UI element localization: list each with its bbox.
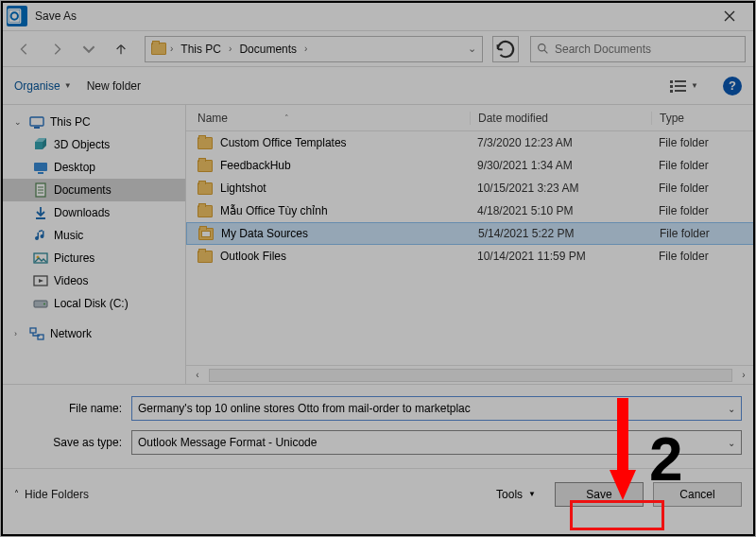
search-field[interactable]: Search Documents bbox=[530, 36, 746, 62]
tree-this-pc[interactable]: ⌄ This PC bbox=[1, 111, 185, 133]
tree-item-label: Documents bbox=[54, 183, 112, 197]
svg-rect-5 bbox=[675, 80, 686, 82]
tools-menu[interactable]: Tools ▼ bbox=[496, 488, 536, 501]
file-name: Mẫu Office Tùy chỉnh bbox=[220, 204, 328, 217]
chevron-right-icon: › bbox=[304, 43, 307, 54]
tree-item-icon bbox=[33, 137, 48, 152]
column-headers[interactable]: Name˄ Date modified Type bbox=[186, 105, 755, 131]
main-pane: ⌄ This PC 3D ObjectsDesktopDocumentsDown… bbox=[1, 105, 755, 385]
view-options-button[interactable]: ▼ bbox=[670, 79, 698, 93]
tree-item-icon bbox=[33, 205, 48, 220]
tree-item[interactable]: Documents bbox=[1, 179, 185, 201]
file-name: Custom Office Templates bbox=[220, 136, 347, 149]
command-bar: Organise ▼ New folder ▼ ? bbox=[1, 67, 755, 105]
folder-icon bbox=[198, 160, 213, 172]
tree-item-label: 3D Objects bbox=[54, 138, 110, 151]
forward-button[interactable] bbox=[43, 36, 71, 62]
table-row[interactable]: Outlook Files10/14/2021 11:59 PMFile fol… bbox=[186, 245, 755, 268]
tree-item-icon bbox=[33, 228, 48, 243]
svg-marker-22 bbox=[39, 279, 43, 283]
tree-item-icon bbox=[33, 182, 48, 198]
breadcrumb-this-pc[interactable]: This PC bbox=[177, 43, 225, 56]
col-type[interactable]: Type bbox=[651, 112, 755, 125]
table-row[interactable]: My Data Sources5/14/2021 5:22 PMFile fol… bbox=[186, 222, 755, 245]
computer-icon bbox=[29, 114, 44, 130]
tree-item-label: Videos bbox=[54, 274, 88, 287]
chevron-down-icon[interactable]: ⌄ bbox=[728, 404, 735, 414]
svg-rect-25 bbox=[30, 328, 36, 333]
folder-icon bbox=[198, 205, 213, 217]
col-name[interactable]: Name bbox=[198, 112, 228, 125]
back-button[interactable] bbox=[10, 36, 39, 62]
svg-rect-4 bbox=[670, 80, 673, 83]
folder-icon bbox=[198, 251, 213, 263]
help-button[interactable]: ? bbox=[723, 77, 742, 95]
filename-input[interactable]: Germany's top 10 online stores Otto from… bbox=[131, 396, 742, 421]
tree-item[interactable]: Pictures bbox=[1, 247, 185, 269]
outlook-app-icon bbox=[7, 6, 27, 26]
folder-icon bbox=[198, 182, 213, 195]
svg-point-24 bbox=[43, 303, 45, 305]
tree-item[interactable]: Music bbox=[1, 224, 185, 247]
footer: ˄Hide Folders Tools ▼ Save Cancel bbox=[1, 468, 755, 519]
file-date: 5/14/2021 5:22 PM bbox=[471, 227, 652, 240]
close-button[interactable] bbox=[708, 1, 751, 31]
savetype-label: Save as type: bbox=[14, 436, 131, 449]
organise-menu[interactable]: Organise ▼ bbox=[14, 79, 72, 93]
save-button[interactable]: Save bbox=[555, 482, 644, 507]
table-row[interactable]: Lightshot10/15/2021 3:23 AMFile folder bbox=[186, 177, 755, 199]
cancel-button[interactable]: Cancel bbox=[653, 482, 742, 507]
file-type: File folder bbox=[651, 136, 755, 149]
hide-folders-toggle[interactable]: ˄Hide Folders bbox=[14, 488, 89, 501]
table-row[interactable]: Mẫu Office Tùy chỉnh4/18/2021 5:10 PMFil… bbox=[186, 199, 755, 222]
savetype-select[interactable]: Outlook Message Format - Unicode ⌄ bbox=[131, 430, 742, 455]
chevron-right-icon: › bbox=[229, 43, 232, 54]
tree-item-label: Desktop bbox=[54, 161, 95, 174]
file-date: 4/18/2021 5:10 PM bbox=[470, 204, 651, 217]
address-bar[interactable]: › This PC › Documents › ⌄ bbox=[145, 36, 483, 62]
tree-item[interactable]: 3D Objects bbox=[1, 133, 185, 156]
search-placeholder: Search Documents bbox=[555, 43, 651, 56]
address-history-dropdown[interactable]: ⌄ bbox=[468, 43, 476, 55]
refresh-button[interactable] bbox=[492, 36, 519, 62]
scroll-right-icon[interactable]: › bbox=[736, 368, 751, 383]
file-list: Name˄ Date modified Type Custom Office T… bbox=[186, 105, 755, 384]
file-type: File folder bbox=[652, 227, 754, 240]
tree-item[interactable]: Downloads bbox=[1, 201, 185, 224]
svg-rect-8 bbox=[670, 90, 673, 93]
file-date: 10/14/2021 11:59 PM bbox=[470, 250, 651, 263]
chevron-down-icon[interactable]: ⌄ bbox=[728, 438, 735, 448]
tree-item[interactable]: Local Disk (C:) bbox=[1, 292, 185, 315]
file-date: 10/15/2021 3:23 AM bbox=[470, 182, 651, 195]
tree-item-label: Pictures bbox=[54, 251, 94, 265]
up-button[interactable] bbox=[107, 36, 135, 62]
file-type: File folder bbox=[651, 204, 755, 217]
file-name: Lightshot bbox=[220, 182, 266, 195]
folder-location-icon bbox=[151, 42, 166, 57]
collapse-icon[interactable]: ⌄ bbox=[14, 117, 24, 127]
horizontal-scrollbar[interactable]: ‹ › bbox=[186, 365, 755, 384]
file-type: File folder bbox=[651, 159, 755, 172]
search-icon bbox=[537, 43, 549, 55]
tree-item[interactable]: Desktop bbox=[1, 156, 185, 179]
scroll-left-icon[interactable]: ‹ bbox=[190, 368, 205, 383]
tree-item[interactable]: Videos bbox=[1, 269, 185, 292]
save-as-dialog: Save As › This PC › Documents › ⌄ Search… bbox=[0, 0, 756, 537]
tree-item-icon bbox=[33, 251, 48, 266]
svg-point-3 bbox=[539, 44, 545, 51]
table-row[interactable]: Custom Office Templates7/3/2020 12:23 AM… bbox=[186, 131, 755, 154]
file-name: FeedbackHub bbox=[220, 159, 291, 172]
network-icon bbox=[29, 326, 44, 341]
recent-dropdown[interactable] bbox=[75, 36, 103, 62]
table-row[interactable]: FeedbackHub9/30/2021 1:34 AMFile folder bbox=[186, 154, 755, 177]
expand-icon[interactable]: › bbox=[14, 329, 24, 338]
tree-item-icon bbox=[33, 160, 48, 175]
scrollbar-track[interactable] bbox=[209, 369, 732, 382]
breadcrumb-documents[interactable]: Documents bbox=[235, 43, 301, 56]
new-folder-button[interactable]: New folder bbox=[87, 79, 141, 93]
navigation-tree[interactable]: ⌄ This PC 3D ObjectsDesktopDocumentsDown… bbox=[1, 105, 186, 384]
tree-item-icon bbox=[33, 273, 48, 288]
svg-rect-6 bbox=[670, 85, 673, 88]
col-date[interactable]: Date modified bbox=[470, 112, 651, 125]
tree-network[interactable]: › Network bbox=[1, 322, 185, 345]
